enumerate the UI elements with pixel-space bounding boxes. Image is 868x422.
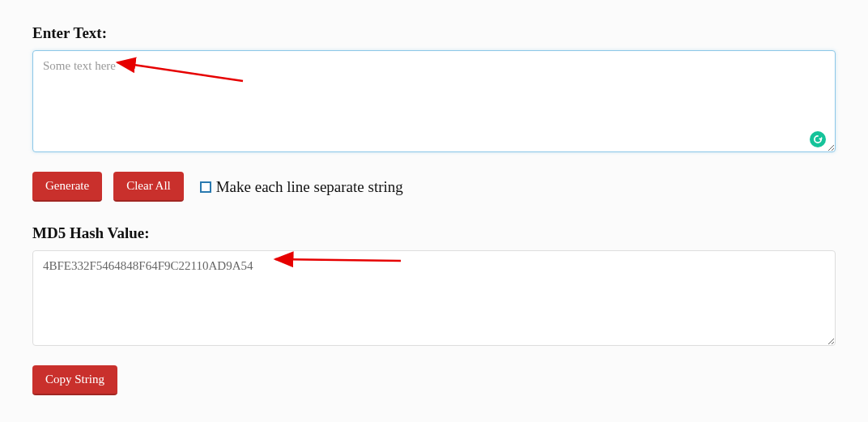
input-textarea-wrapper [32, 50, 836, 156]
generate-button[interactable]: Generate [32, 172, 102, 202]
hash-output[interactable] [32, 250, 836, 346]
clear-all-button[interactable]: Clear All [113, 172, 184, 202]
grammarly-icon [810, 131, 826, 147]
output-label: MD5 Hash Value: [32, 224, 836, 242]
input-label: Enter Text: [32, 24, 836, 42]
separate-lines-checkbox[interactable] [200, 181, 211, 193]
text-input[interactable] [32, 50, 836, 152]
controls-row: Generate Clear All Make each line separa… [32, 172, 836, 202]
copy-string-button[interactable]: Copy String [32, 365, 117, 395]
separate-lines-label: Make each line separate string [216, 178, 403, 196]
hash-generator-form: Enter Text: Generate Clear All Make each… [32, 24, 836, 395]
separate-lines-checkbox-group: Make each line separate string [200, 178, 403, 196]
